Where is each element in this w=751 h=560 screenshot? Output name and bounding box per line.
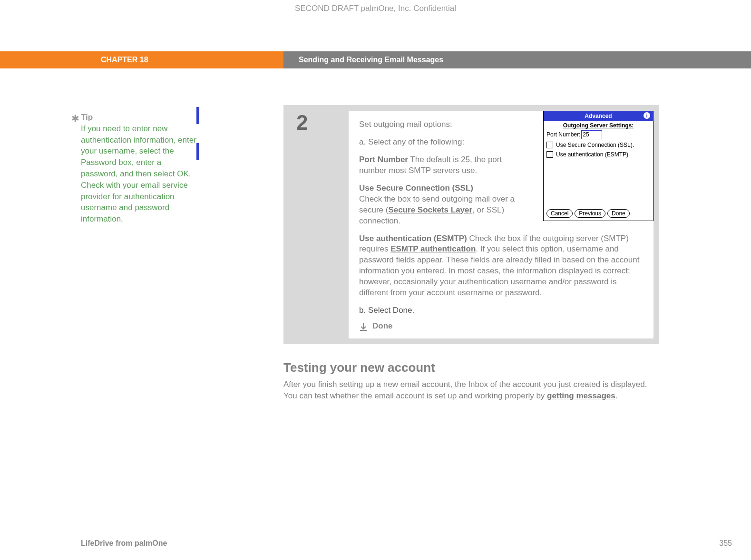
device-screenshot: Advanced i Outgoing Server Settings: Por… xyxy=(543,111,653,221)
ssl-checkbox-label: Use Secure Connection (SSL). xyxy=(556,141,634,149)
info-icon: i xyxy=(644,112,650,119)
palm-title-text: Advanced xyxy=(585,113,612,119)
tip-body-text: If you need to enter new authentication … xyxy=(81,124,196,223)
esmtp-checkbox-label: Use authentication (ESMTP) xyxy=(556,151,628,158)
change-bar-icon xyxy=(196,107,199,124)
step-number: 2 xyxy=(289,111,349,338)
section-paragraph: After you finish setting up a new email … xyxy=(283,379,659,402)
previous-button[interactable]: Previous xyxy=(575,209,605,218)
done-arrow-icon xyxy=(359,322,368,331)
footer-page-number: 355 xyxy=(719,539,732,548)
chapter-label: CHAPTER 18 xyxy=(0,51,283,68)
esmtp-term: Use authentication (ESMTP) xyxy=(359,234,467,243)
esmtp-link[interactable]: ESMTP authentication xyxy=(390,244,476,253)
tip-sidebar: ✱ Tip If you need to enter new authentic… xyxy=(81,112,209,225)
ssl-link[interactable]: Secure Sockets Layer xyxy=(388,205,472,214)
header-bar: CHAPTER 18 Sending and Receiving Email M… xyxy=(0,51,751,68)
port-number-label: Port Number: xyxy=(546,131,580,138)
chapter-title: Sending and Receiving Email Messages xyxy=(283,51,751,68)
asterisk-icon: ✱ xyxy=(71,112,79,125)
main-column: 2 Advanced i Outgoing Server Settings: P… xyxy=(283,105,659,402)
footer-product: LifeDrive from palmOne xyxy=(81,539,167,548)
done-label: Done xyxy=(372,321,393,332)
port-term: Port Number xyxy=(359,155,408,164)
getting-messages-link[interactable]: getting messages xyxy=(547,391,615,400)
tip-heading: Tip xyxy=(81,113,93,122)
esmtp-checkbox[interactable] xyxy=(546,151,553,158)
step-body: Advanced i Outgoing Server Settings: Por… xyxy=(349,111,653,338)
done-button[interactable]: Done xyxy=(607,209,630,218)
palm-titlebar: Advanced i xyxy=(544,111,653,121)
step-b: b. Select Done. xyxy=(359,305,643,316)
confidential-header: SECOND DRAFT palmOne, Inc. Confidential xyxy=(0,0,751,13)
ssl-checkbox[interactable] xyxy=(546,142,553,148)
ssl-term: Use Secure Connection (SSL) xyxy=(359,183,473,193)
palm-subtitle: Outgoing Server Settings: xyxy=(544,121,653,129)
step-a: a. Select any of the following: xyxy=(359,137,526,148)
change-bar-icon xyxy=(196,143,199,160)
section-heading: Testing your new account xyxy=(283,360,659,375)
port-number-field[interactable]: 25 xyxy=(581,130,602,139)
page-footer: LifeDrive from palmOne 355 xyxy=(81,535,732,548)
cancel-button[interactable]: Cancel xyxy=(546,209,573,218)
section-text-b: . xyxy=(615,391,618,400)
step-intro: Set outgoing mail options: xyxy=(359,119,526,130)
step-container: 2 Advanced i Outgoing Server Settings: P… xyxy=(283,105,659,344)
